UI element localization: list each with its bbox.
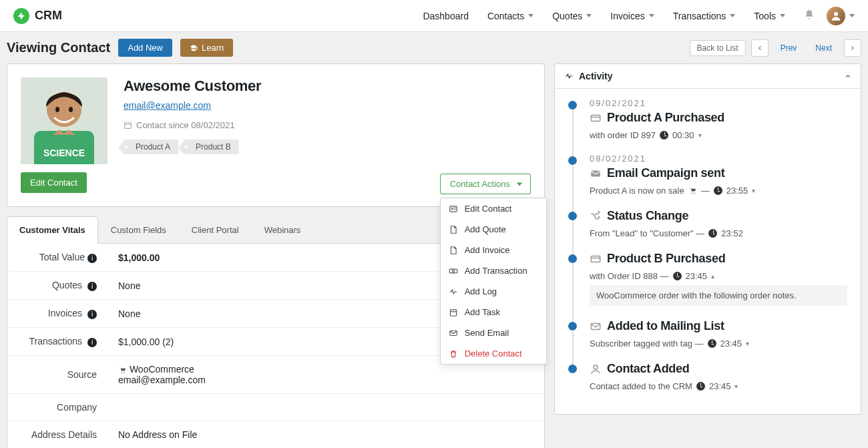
- tag-product-a[interactable]: Product A: [124, 140, 178, 154]
- caret-down-icon[interactable]: ▾: [752, 187, 755, 194]
- svg-rect-17: [450, 309, 456, 315]
- tab-custom-fields[interactable]: Custom Fields: [98, 216, 179, 244]
- info-icon[interactable]: i: [87, 310, 97, 319]
- action-label: Delete Contact: [465, 349, 522, 359]
- contact-email-link[interactable]: email@example.com: [124, 100, 211, 111]
- vitals-label: Transactions i: [7, 328, 107, 356]
- contact-since-label: Contact since 08/02/2021: [136, 120, 234, 130]
- nav-contacts[interactable]: Contacts: [487, 11, 533, 21]
- timeline-title: Product B Purchased: [590, 252, 847, 266]
- timeline-title: Added to Mailing List: [590, 319, 847, 333]
- id-card-icon: [449, 204, 458, 214]
- contact-card: SCIENCE Edit Contact Awesome Customer em…: [7, 63, 545, 207]
- svg-point-0: [834, 12, 838, 16]
- activity-timeline: 09/02/2021 Product A Purchased with orde…: [555, 89, 861, 414]
- money-icon: [449, 266, 458, 276]
- svg-rect-11: [449, 206, 457, 211]
- timeline-date: 09/02/2021: [590, 98, 847, 108]
- action-send-email[interactable]: Send Email: [441, 322, 546, 343]
- table-row: Address Details No Address on File: [7, 421, 544, 449]
- user-icon: [590, 363, 602, 375]
- bell-icon[interactable]: [804, 9, 815, 22]
- trash-icon: [449, 349, 458, 359]
- clock-icon: [673, 272, 682, 280]
- action-label: Add Quote: [465, 224, 506, 234]
- brand-text: CRM: [35, 9, 62, 23]
- tag-product-b[interactable]: Product B: [184, 140, 239, 154]
- chevron-left-icon: [756, 45, 763, 51]
- collapse-toggle[interactable]: [845, 71, 851, 81]
- shuffle-icon: [590, 210, 602, 222]
- svg-point-28: [691, 192, 692, 194]
- vitals-value: [107, 394, 544, 421]
- caret-down-icon[interactable]: ▾: [734, 383, 738, 390]
- info-icon[interactable]: i: [87, 254, 97, 263]
- svg-point-29: [694, 192, 695, 194]
- caret-down-icon: [730, 14, 735, 17]
- info-icon[interactable]: i: [87, 282, 97, 291]
- subheader: Viewing Contact Add New Learn Back to Li…: [0, 32, 868, 63]
- edit-contact-button[interactable]: Edit Contact: [21, 172, 87, 193]
- nav-invoices[interactable]: Invoices: [610, 11, 654, 21]
- contact-since: Contact since 08/02/2021: [124, 120, 261, 130]
- caret-down-icon: [780, 14, 785, 17]
- activity-card: Activity 09/02/2021 Product A Purchased …: [554, 63, 861, 415]
- clock-icon: [708, 229, 717, 238]
- contact-info: Awesome Customer email@example.com Conta…: [124, 77, 261, 193]
- timeline-note: WooCommerce order with the following ord…: [590, 285, 847, 306]
- calendar-icon: [449, 308, 458, 317]
- left-column: SCIENCE Edit Contact Awesome Customer em…: [7, 63, 545, 448]
- brand[interactable]: CRM: [13, 8, 62, 24]
- action-add-transaction[interactable]: Add Transaction: [441, 260, 546, 281]
- svg-point-12: [451, 208, 453, 209]
- action-add-quote[interactable]: Add Quote: [441, 219, 546, 240]
- add-new-button[interactable]: Add New: [118, 39, 172, 57]
- prev-arrow-button[interactable]: [751, 39, 769, 57]
- action-delete-contact[interactable]: Delete Contact: [441, 343, 546, 364]
- tab-customer-vitals[interactable]: Customer Vitals: [7, 216, 98, 244]
- learn-button[interactable]: Learn: [180, 39, 233, 57]
- user-menu[interactable]: [827, 7, 855, 25]
- timeline-dot: [568, 101, 577, 109]
- info-icon[interactable]: i: [87, 338, 97, 347]
- nav-quotes-label: Quotes: [552, 11, 582, 21]
- contact-actions-dropdown: Edit Contact Add Quote Add Invoice Add T…: [440, 198, 547, 365]
- action-add-invoice[interactable]: Add Invoice: [441, 240, 546, 260]
- prev-link[interactable]: Prev: [774, 41, 804, 55]
- action-add-task[interactable]: Add Task: [441, 302, 546, 322]
- next-arrow-button[interactable]: [844, 39, 861, 57]
- credit-card-icon: [590, 253, 602, 265]
- caret-down-icon[interactable]: ▾: [698, 132, 702, 139]
- nav-transactions[interactable]: Transactions: [673, 11, 736, 21]
- top-nav: CRM Dashboard Contacts Quotes Invoices T…: [0, 0, 868, 32]
- caret-down-icon: [849, 14, 855, 17]
- nav-tools[interactable]: Tools: [754, 11, 785, 21]
- learn-label: Learn: [202, 43, 224, 53]
- nav-quotes[interactable]: Quotes: [552, 11, 592, 21]
- nav-dashboard[interactable]: Dashboard: [423, 11, 469, 21]
- envelope-icon: [449, 328, 458, 338]
- svg-point-20: [122, 372, 123, 373]
- caret-up-icon[interactable]: ▴: [711, 272, 714, 280]
- timeline-dot: [568, 365, 577, 373]
- clock-icon: [660, 131, 668, 140]
- vitals-label: Total Valuei: [7, 244, 107, 272]
- right-column: Activity 09/02/2021 Product A Purchased …: [554, 63, 861, 448]
- clock-icon: [714, 186, 722, 195]
- tab-webinars[interactable]: Webinars: [252, 216, 314, 244]
- calendar-icon: [124, 121, 132, 130]
- timeline-item: Contact Added Contact added to the CRM 2…: [568, 362, 847, 405]
- back-to-list-button[interactable]: Back to List: [690, 40, 746, 56]
- nav-tools-label: Tools: [754, 11, 776, 21]
- next-link[interactable]: Next: [809, 41, 839, 55]
- chevron-up-icon: [845, 73, 851, 79]
- cart-icon: [118, 366, 127, 375]
- contact-actions-button[interactable]: Contact Actions: [440, 174, 531, 194]
- tab-client-portal[interactable]: Client Portal: [179, 216, 252, 244]
- timeline-dot: [568, 322, 577, 330]
- action-add-log[interactable]: Add Log: [441, 281, 546, 302]
- contact-actions-label: Contact Actions: [450, 179, 510, 189]
- timeline-item: Product B Purchased with Order ID 888 — …: [568, 252, 847, 319]
- action-edit-contact[interactable]: Edit Contact: [441, 198, 546, 219]
- caret-down-icon[interactable]: ▾: [746, 340, 749, 347]
